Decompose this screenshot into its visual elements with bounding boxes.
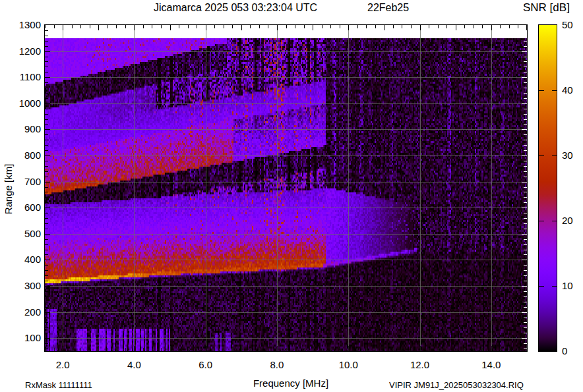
colorbar-tick-label: 10 (562, 280, 580, 291)
plot-title: Jicamarca 2025 053 03:23:04 UTC (154, 2, 317, 14)
ionogram-canvas (45, 25, 527, 351)
colorbar-tick-label: 50 (562, 19, 580, 30)
y-tick-label: 100 (12, 332, 41, 343)
filename-label: VIPIR JM91J_2025053032304.RIQ (389, 380, 524, 390)
x-tick-label: 12.0 (406, 359, 435, 370)
colorbar-tick-label: 30 (562, 150, 580, 161)
x-tick-label: 6.0 (191, 359, 220, 370)
y-tick-label: 900 (12, 123, 41, 134)
colorbar-tick-mark (539, 155, 544, 156)
colorbar-title: SNR [dB] (523, 1, 570, 14)
colorbar (538, 24, 557, 352)
y-tick-label: 1000 (12, 98, 41, 109)
x-tick-label: 14.0 (477, 359, 506, 370)
y-tick-label: 300 (12, 280, 41, 291)
x-tick-label: 8.0 (262, 359, 292, 370)
y-tick-label: 1200 (12, 45, 41, 57)
x-tick-label: 10.0 (334, 359, 363, 370)
colorbar-tick-mark (552, 221, 557, 221)
rxmask-label: RxMask 11111111 (25, 380, 92, 390)
colorbar-tick-mark (539, 221, 544, 221)
colorbar-tick-label: 0 (562, 345, 580, 356)
plot-date: 22Feb25 (367, 2, 409, 14)
colorbar-tick-mark (552, 155, 557, 156)
x-tick-label: 4.0 (119, 359, 148, 370)
y-tick-label: 400 (12, 254, 41, 265)
y-tick-label: 500 (12, 228, 41, 239)
y-tick-label: 1100 (12, 71, 41, 82)
y-tick-label: 800 (12, 150, 41, 161)
y-tick-label: 600 (12, 202, 41, 213)
colorbar-tick-mark (539, 90, 544, 91)
colorbar-tick-mark (552, 90, 557, 91)
ionogram-figure: Jicamarca 2025 053 03:23:04 UTC 22Feb25 … (0, 0, 583, 392)
y-tick-label: 1300 (12, 19, 41, 30)
y-tick-label: 700 (12, 176, 41, 187)
x-axis-label: Frequency [MHz] (244, 378, 338, 389)
x-tick-label: 2.0 (48, 359, 77, 370)
y-tick-label: 200 (12, 306, 41, 318)
colorbar-tick-mark (539, 286, 544, 287)
colorbar-tick-label: 20 (562, 215, 580, 226)
colorbar-tick-mark (552, 286, 557, 287)
plot-area (44, 24, 528, 352)
colorbar-tick-label: 40 (562, 84, 580, 96)
